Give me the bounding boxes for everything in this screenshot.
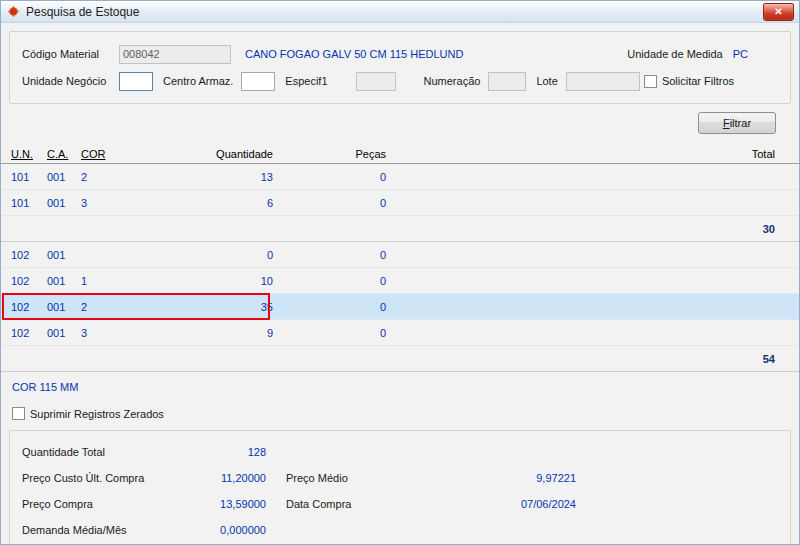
header-total: Total: [386, 148, 775, 160]
cell-cor: 1: [81, 275, 139, 287]
cell-quantidade: 6: [139, 197, 273, 209]
centro-armaz-label: Centro Armaz.: [163, 75, 233, 87]
cell-ca: 001: [47, 249, 81, 261]
summary-row-quantidade: Quantidade Total 128: [22, 439, 790, 465]
table-row[interactable]: 102 001 1 10 0: [1, 268, 799, 294]
summary-row-preco-custo: Preço Custo Últ. Compra 11,20000 Preço M…: [22, 465, 790, 491]
preco-compra-label: Preço Compra: [22, 498, 182, 510]
table-body: 101 001 2 13 0 101 001 3 6 0 30 102 001 …: [1, 164, 799, 372]
window-title-bar[interactable]: Pesquisa de Estoque ✕: [1, 1, 799, 23]
window-title: Pesquisa de Estoque: [26, 5, 139, 19]
solicitar-filtros-label: Solicitar Filtros: [662, 75, 734, 87]
summary-row-demanda: Demanda Média/Mês 0,000000: [22, 517, 790, 543]
cell-un: 102: [11, 275, 47, 287]
cell-pecas: 0: [273, 249, 386, 261]
unidade-negocio-label: Unidade Negócio: [22, 75, 119, 87]
table-row-selected[interactable]: 102 001 2 35 0: [1, 294, 799, 320]
quantidade-total-label: Quantidade Total: [22, 446, 182, 458]
unidade-negocio-input[interactable]: [119, 72, 153, 91]
table-header-row: U.N. C.A. COR Quantidade Peças Total: [1, 145, 799, 164]
cell-un: 101: [11, 171, 47, 183]
cell-ca: 001: [47, 197, 81, 209]
codigo-material-label: Código Material: [22, 48, 119, 60]
header-cor[interactable]: COR: [81, 148, 139, 160]
suprimir-checkbox[interactable]: [12, 407, 25, 420]
filter-row-1: Código Material CANO FOGAO GALV 50 CM 11…: [22, 43, 780, 65]
cell-pecas: 0: [273, 275, 386, 287]
solicitar-filtros-group: Solicitar Filtros: [644, 75, 734, 88]
especif1-label: Especif1: [285, 75, 327, 87]
table-row[interactable]: 101 001 2 13 0: [1, 164, 799, 190]
filtrar-button-label: Filtrar: [723, 117, 751, 129]
table-row[interactable]: 101 001 3 6 0: [1, 190, 799, 216]
cor-info-text: COR 115 MM: [12, 381, 799, 393]
subtotal-row[interactable]: 30: [1, 216, 799, 242]
cell-total: 54: [386, 353, 775, 365]
table-row[interactable]: 102 001 3 9 0: [1, 320, 799, 346]
header-quantidade: Quantidade: [139, 148, 273, 160]
suprimir-group: Suprimir Registros Zerados: [12, 407, 799, 420]
cell-pecas: 0: [273, 197, 386, 209]
codigo-material-input[interactable]: [119, 45, 231, 64]
preco-medio-value: 9,97221: [398, 472, 576, 484]
unidade-medida-group: Unidade de Medida PC: [627, 48, 748, 60]
stock-search-dialog: Pesquisa de Estoque ✕ Código Material CA…: [0, 0, 800, 545]
especif1-input[interactable]: [356, 72, 396, 91]
summary-panel: Quantidade Total 128 Preço Custo Últ. Co…: [9, 430, 791, 545]
cell-ca: 001: [47, 171, 81, 183]
cell-total: 30: [386, 223, 775, 235]
demanda-label: Demanda Média/Mês: [22, 524, 182, 536]
close-button[interactable]: ✕: [763, 3, 794, 21]
preco-custo-value: 11,20000: [182, 472, 266, 484]
table-row[interactable]: 102 001 0 0: [1, 242, 799, 268]
cell-cor: 3: [81, 197, 139, 209]
cell-quantidade: 9: [139, 327, 273, 339]
data-compra-value: 07/06/2024: [398, 498, 576, 510]
cell-un: 101: [11, 197, 47, 209]
data-compra-label: Data Compra: [286, 498, 398, 510]
cell-quantidade: 13: [139, 171, 273, 183]
cell-quantidade: 0: [139, 249, 273, 261]
stock-table: U.N. C.A. COR Quantidade Peças Total 101…: [1, 145, 799, 372]
subtotal-row[interactable]: 54: [1, 346, 799, 372]
cell-cor: 2: [81, 301, 139, 313]
unidade-medida-label: Unidade de Medida: [627, 48, 722, 60]
unidade-medida-value: PC: [733, 48, 748, 60]
cell-un: 102: [11, 301, 47, 313]
cell-un: 102: [11, 249, 47, 261]
cell-cor: 2: [81, 171, 139, 183]
solicitar-filtros-checkbox[interactable]: [644, 75, 657, 88]
quantidade-total-value: 128: [182, 446, 266, 458]
cell-pecas: 0: [273, 301, 386, 313]
preco-custo-label: Preço Custo Últ. Compra: [22, 472, 182, 484]
header-ca[interactable]: C.A.: [47, 148, 81, 160]
filtrar-button[interactable]: Filtrar: [698, 112, 776, 134]
cell-quantidade: 35: [139, 301, 273, 313]
cell-ca: 001: [47, 327, 81, 339]
suprimir-label: Suprimir Registros Zerados: [30, 408, 164, 420]
cell-cor: 3: [81, 327, 139, 339]
cell-pecas: 0: [273, 171, 386, 183]
cell-quantidade: 10: [139, 275, 273, 287]
numeracao-label: Numeração: [424, 75, 481, 87]
material-description: CANO FOGAO GALV 50 CM 115 HEDLUND: [245, 48, 463, 60]
centro-armaz-input[interactable]: [241, 72, 275, 91]
filter-row-2: Unidade Negócio Centro Armaz. Especif1 N…: [22, 70, 780, 92]
filter-panel: Código Material CANO FOGAO GALV 50 CM 11…: [9, 31, 791, 104]
header-un[interactable]: U.N.: [11, 148, 47, 160]
lote-label: Lote: [536, 75, 557, 87]
app-icon: [7, 5, 20, 18]
button-row: Filtrar: [1, 112, 776, 134]
header-pecas: Peças: [273, 148, 386, 160]
cell-un: 102: [11, 327, 47, 339]
preco-medio-label: Preço Médio: [286, 472, 398, 484]
numeracao-input[interactable]: [488, 72, 526, 91]
cell-pecas: 0: [273, 327, 386, 339]
cell-ca: 001: [47, 301, 81, 313]
preco-compra-value: 13,59000: [182, 498, 266, 510]
cell-ca: 001: [47, 275, 81, 287]
summary-row-preco-compra: Preço Compra 13,59000 Data Compra 07/06/…: [22, 491, 790, 517]
demanda-value: 0,000000: [182, 524, 266, 536]
lote-input[interactable]: [566, 72, 640, 91]
